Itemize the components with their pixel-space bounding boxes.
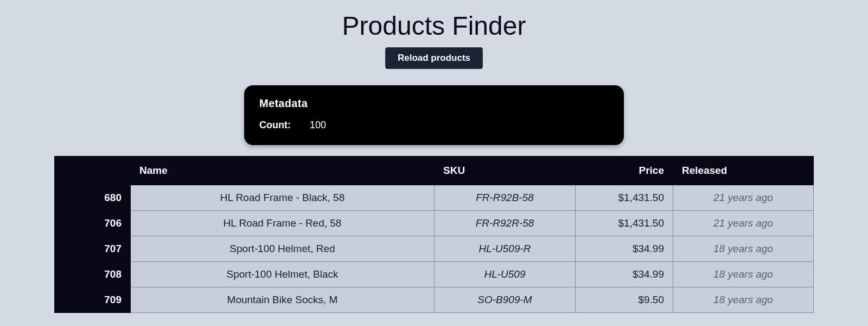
- cell-id: 706: [55, 211, 131, 236]
- table-row: 680HL Road Frame - Black, 58FR-R92B-58$1…: [55, 185, 814, 211]
- column-header-price: Price: [576, 156, 673, 185]
- table-row: 708Sport-100 Helmet, BlackHL-U509$34.991…: [55, 262, 814, 287]
- table-row: 709Mountain Bike Socks, MSO-B909-M$9.501…: [55, 287, 814, 313]
- cell-id: 709: [55, 287, 131, 313]
- cell-price: $1,431.50: [576, 185, 673, 211]
- cell-released: 21 years ago: [673, 211, 814, 236]
- column-header-released: Released: [673, 156, 814, 185]
- cell-id: 708: [55, 262, 131, 287]
- cell-name: HL Road Frame - Red, 58: [131, 211, 435, 236]
- metadata-heading: Metadata: [259, 97, 609, 110]
- table-row: 706HL Road Frame - Red, 58FR-R92R-58$1,4…: [55, 211, 814, 236]
- column-header-id: [55, 156, 131, 185]
- cell-name: Mountain Bike Socks, M: [131, 287, 435, 313]
- cell-sku: SO-B909-M: [435, 287, 576, 313]
- cell-price: $1,431.50: [576, 211, 673, 236]
- cell-name: Sport-100 Helmet, Black: [131, 262, 435, 287]
- cell-name: Sport-100 Helmet, Red: [131, 236, 435, 262]
- cell-sku: FR-R92B-58: [435, 185, 576, 211]
- metadata-count-value: 100: [310, 120, 326, 131]
- cell-price: $34.99: [576, 236, 673, 262]
- metadata-panel: Metadata Count: 100: [244, 85, 624, 145]
- column-header-name: Name: [131, 156, 435, 185]
- table-row: 707Sport-100 Helmet, RedHL-U509-R$34.991…: [55, 236, 814, 262]
- metadata-count-label: Count:: [259, 120, 291, 131]
- cell-released: 18 years ago: [673, 236, 814, 262]
- cell-sku: HL-U509-R: [435, 236, 576, 262]
- reload-products-button[interactable]: Reload products: [385, 47, 483, 69]
- cell-released: 18 years ago: [673, 287, 814, 313]
- cell-id: 680: [55, 185, 131, 211]
- table-header-row: Name SKU Price Released: [55, 156, 814, 185]
- cell-released: 21 years ago: [673, 185, 814, 211]
- column-header-sku: SKU: [435, 156, 576, 185]
- cell-released: 18 years ago: [673, 262, 814, 287]
- cell-sku: FR-R92R-58: [435, 211, 576, 236]
- cell-price: $34.99: [576, 262, 673, 287]
- page-title: Products Finder: [0, 11, 868, 41]
- products-table: Name SKU Price Released 680HL Road Frame…: [54, 156, 814, 313]
- cell-id: 707: [55, 236, 131, 262]
- cell-name: HL Road Frame - Black, 58: [131, 185, 435, 211]
- cell-sku: HL-U509: [435, 262, 576, 287]
- cell-price: $9.50: [576, 287, 673, 313]
